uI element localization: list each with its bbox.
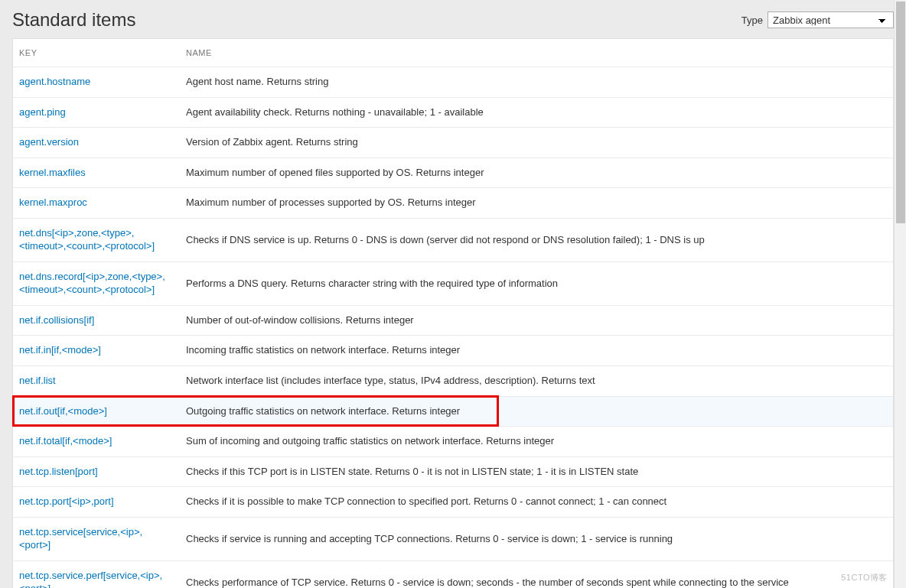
table-row: net.tcp.service.perf[service,<ip>,<port>… [13, 560, 893, 588]
name-cell: Network interface list (includes interfa… [180, 366, 893, 397]
table-header-row: KEY NAME [13, 39, 893, 67]
name-cell: Incoming traffic statistics on network i… [180, 336, 893, 366]
key-cell: net.tcp.service.perf[service,<ip>,<port>… [13, 560, 180, 588]
key-link[interactable]: kernel.maxfiles [19, 167, 86, 178]
table-row: kernel.maxprocMaximum number of processe… [13, 188, 893, 219]
table-row: agent.versionVersion of Zabbix agent. Re… [13, 128, 893, 158]
name-cell: Sum of incoming and outgoing traffic sta… [180, 427, 893, 457]
name-cell: Checks if this TCP port is in LISTEN sta… [180, 456, 893, 487]
key-link[interactable]: agent.hostname [19, 76, 90, 87]
key-link[interactable]: net.tcp.service.perf[service,<ip>,<port>… [19, 570, 162, 588]
type-filter: Type Zabbix agent [741, 11, 894, 28]
key-link[interactable]: net.tcp.listen[port] [19, 466, 98, 477]
page-header: Standard items Type Zabbix agent [12, 6, 894, 38]
key-cell: kernel.maxproc [13, 188, 180, 219]
table-row: kernel.maxfilesMaximum number of opened … [13, 158, 893, 188]
vertical-scrollbar[interactable] [894, 0, 906, 588]
name-cell: Maximum number of processes supported by… [180, 188, 893, 219]
key-cell: agent.version [13, 128, 180, 158]
watermark: 51CTO博客 [841, 572, 888, 583]
key-cell: net.tcp.port[<ip>,port] [13, 487, 180, 518]
key-link[interactable]: net.if.list [19, 375, 56, 386]
name-cell: Checks if service is running and accepti… [180, 517, 893, 560]
key-cell: net.tcp.service[service,<ip>,<port>] [13, 517, 180, 560]
key-link[interactable]: net.if.out[if,<mode>] [19, 405, 107, 417]
table-row: net.if.collisions[if]Number of out-of-wi… [13, 305, 893, 336]
type-select[interactable]: Zabbix agent [767, 11, 894, 28]
key-cell: agent.ping [13, 97, 180, 128]
key-link[interactable]: net.if.in[if,<mode>] [19, 344, 101, 356]
name-cell: Agent availability check. Returns nothin… [180, 97, 893, 128]
items-table: KEY NAME agent.hostnameAgent host name. … [13, 39, 893, 588]
name-cell: Checks if DNS service is up. Returns 0 -… [180, 218, 893, 262]
key-link[interactable]: net.dns.record[<ip>,zone,<type>,<timeout… [19, 271, 165, 296]
table-row: agent.hostnameAgent host name. Returns s… [13, 67, 893, 98]
name-cell: Checks performance of TCP service. Retur… [180, 560, 893, 588]
name-cell: Outgoing traffic statistics on network i… [180, 396, 893, 427]
table-row: net.tcp.listen[port]Checks if this TCP p… [13, 456, 893, 487]
key-link[interactable]: net.if.total[if,<mode>] [19, 435, 112, 447]
key-cell: net.dns[<ip>,zone,<type>,<timeout>,<coun… [13, 218, 180, 262]
table-row: net.if.in[if,<mode>]Incoming traffic sta… [13, 336, 893, 366]
key-link[interactable]: net.if.collisions[if] [19, 314, 94, 326]
name-cell: Checks if it is possible to make TCP con… [180, 487, 893, 518]
key-cell: net.if.collisions[if] [13, 305, 180, 336]
key-cell: net.if.list [13, 366, 180, 397]
name-cell: Maximum number of opened files supported… [180, 158, 893, 188]
type-label: Type [741, 15, 763, 26]
name-cell: Version of Zabbix agent. Returns string [180, 128, 893, 158]
key-cell: net.dns.record[<ip>,zone,<type>,<timeout… [13, 262, 180, 305]
table-row: net.tcp.port[<ip>,port]Checks if it is p… [13, 487, 893, 518]
name-cell: Performs a DNS query. Returns character … [180, 262, 893, 305]
key-link[interactable]: net.tcp.service[service,<ip>,<port>] [19, 526, 142, 551]
table-row: net.if.total[if,<mode>]Sum of incoming a… [13, 427, 893, 457]
page-title: Standard items [12, 9, 135, 31]
items-panel: KEY NAME agent.hostnameAgent host name. … [12, 38, 894, 588]
table-row: net.dns[<ip>,zone,<type>,<timeout>,<coun… [13, 218, 893, 262]
key-link[interactable]: net.tcp.port[<ip>,port] [19, 495, 114, 507]
key-cell: net.if.total[if,<mode>] [13, 427, 180, 457]
table-row: net.if.out[if,<mode>]Outgoing traffic st… [13, 396, 893, 427]
name-cell: Number of out-of-window collisions. Retu… [180, 305, 893, 336]
table-row: agent.pingAgent availability check. Retu… [13, 97, 893, 128]
key-link[interactable]: net.dns[<ip>,zone,<type>,<timeout>,<coun… [19, 227, 155, 252]
key-cell: net.tcp.listen[port] [13, 456, 180, 487]
table-row: net.tcp.service[service,<ip>,<port>]Chec… [13, 517, 893, 560]
name-cell: Agent host name. Returns string [180, 67, 893, 98]
key-cell: kernel.maxfiles [13, 158, 180, 188]
table-row: net.if.listNetwork interface list (inclu… [13, 366, 893, 397]
key-cell: net.if.out[if,<mode>] [13, 396, 180, 427]
key-link[interactable]: agent.ping [19, 106, 66, 118]
key-cell: agent.hostname [13, 67, 180, 98]
column-key: KEY [13, 39, 180, 67]
key-link[interactable]: kernel.maxproc [19, 197, 87, 208]
key-link[interactable]: agent.version [19, 136, 79, 148]
table-row: net.dns.record[<ip>,zone,<type>,<timeout… [13, 262, 893, 305]
key-cell: net.if.in[if,<mode>] [13, 336, 180, 366]
scrollbar-thumb[interactable] [896, 2, 905, 223]
column-name: NAME [180, 39, 893, 67]
